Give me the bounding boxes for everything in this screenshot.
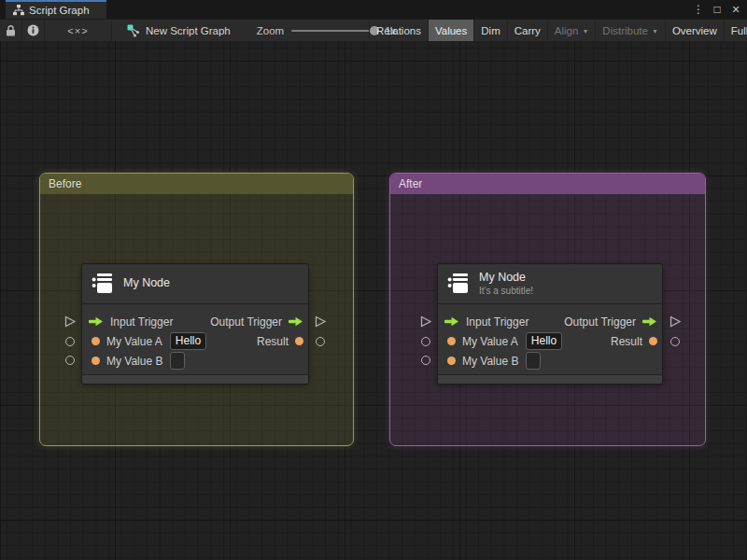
result-port[interactable]: Result xyxy=(611,331,657,351)
lock-button[interactable] xyxy=(0,20,22,41)
port-label: My Value B xyxy=(106,355,162,368)
group-after-header[interactable]: After xyxy=(390,174,705,194)
chevron-down-icon: ▼ xyxy=(582,28,588,35)
value-port-outline-icon[interactable] xyxy=(65,337,75,346)
port-row-value-b: My Value B xyxy=(82,351,308,371)
align-label: Align xyxy=(555,25,579,36)
node-body: Input Trigger Output Trigger My Value A xyxy=(438,304,662,371)
value-port-icon xyxy=(295,337,303,345)
value-port-outline-icon[interactable] xyxy=(421,356,430,365)
port-label: Output Trigger xyxy=(564,315,636,329)
node-body: Input Trigger Output Trigger My Value A xyxy=(82,304,308,371)
maximize-icon[interactable]: □ xyxy=(710,3,725,16)
lock-icon xyxy=(6,25,16,36)
port-row-trigger: Input Trigger Output Trigger xyxy=(82,312,308,331)
graph-canvas[interactable]: Before After My Node xyxy=(0,41,747,560)
value-b-input[interactable] xyxy=(526,352,541,370)
value-port-icon xyxy=(447,357,456,365)
dim-label: Dim xyxy=(481,25,500,36)
group-after-title: After xyxy=(399,177,422,190)
values-button[interactable]: Values xyxy=(429,20,474,42)
trigger-port-outline-icon[interactable] xyxy=(315,315,327,328)
zoom-label: Zoom xyxy=(257,25,284,36)
value-port-icon xyxy=(649,337,657,345)
trigger-port-outline-icon[interactable] xyxy=(669,315,682,328)
node-header[interactable]: My Node It's a subtitle! xyxy=(438,264,662,304)
tab-bar: Script Graph ⋮ □ × xyxy=(0,0,747,19)
value-a-port[interactable]: My Value A Hello xyxy=(89,332,206,350)
value-port-icon xyxy=(92,337,100,345)
trigger-port-outline-icon[interactable] xyxy=(64,315,77,328)
info-icon xyxy=(27,24,39,36)
node-icon xyxy=(92,273,114,295)
info-button[interactable] xyxy=(22,20,45,41)
node-my-node-before[interactable]: My Node Input Trigger Output Trigger xyxy=(81,263,309,385)
new-script-graph-label: New Script Graph xyxy=(146,25,231,36)
distribute-dropdown[interactable]: Distribute ▼ xyxy=(596,20,666,42)
value-port-outline-icon[interactable] xyxy=(316,337,325,346)
toolbar-right-buttons: Relations Values Dim Carry Align ▼ Distr… xyxy=(369,20,747,42)
node-footer xyxy=(438,374,662,384)
fullscreen-button[interactable]: Full Scr xyxy=(725,20,747,42)
value-a-input[interactable]: Hello xyxy=(170,332,206,350)
value-b-port[interactable]: My Value B xyxy=(89,352,185,370)
value-a-port[interactable]: My Value A Hello xyxy=(444,332,562,350)
script-graph-window: Script Graph ⋮ □ × <×> xyxy=(0,0,747,560)
input-trigger-port[interactable]: Input Trigger xyxy=(89,315,173,329)
port-row-value-a: My Value A Hello Result xyxy=(82,331,308,351)
code-preview-button[interactable]: <×> xyxy=(45,20,112,41)
node-title: My Node xyxy=(123,276,170,291)
group-before-header[interactable]: Before xyxy=(40,174,353,194)
output-trigger-port[interactable]: Output Trigger xyxy=(564,312,657,331)
trigger-arrow-icon xyxy=(289,316,303,327)
node-my-node-after[interactable]: My Node It's a subtitle! Input Trigger O… xyxy=(437,263,663,385)
value-port-outline-icon[interactable] xyxy=(421,337,430,346)
port-label: Result xyxy=(611,335,642,348)
close-icon[interactable]: × xyxy=(728,2,743,17)
graph-node-icon xyxy=(127,24,140,37)
value-port-outline-icon[interactable] xyxy=(65,356,75,365)
fullscreen-label: Full Scr xyxy=(731,25,747,36)
node-title: My Node xyxy=(479,271,533,286)
port-row-value-b: My Value B xyxy=(438,351,662,371)
port-label: My Value B xyxy=(462,355,518,368)
zoom-slider[interactable] xyxy=(291,30,377,32)
chevron-down-icon: ▼ xyxy=(652,28,658,35)
window-menu-icon[interactable]: ⋮ xyxy=(691,3,706,16)
value-port-outline-icon[interactable] xyxy=(670,337,680,346)
tab-label: Script Graph xyxy=(29,5,90,16)
distribute-label: Distribute xyxy=(602,25,648,36)
port-label: My Value A xyxy=(106,335,162,348)
node-header[interactable]: My Node xyxy=(82,264,308,304)
overview-label: Overview xyxy=(672,25,717,36)
result-port[interactable]: Result xyxy=(257,331,303,351)
port-label: Input Trigger xyxy=(466,315,529,329)
node-subtitle: It's a subtitle! xyxy=(479,285,533,297)
trigger-arrow-icon xyxy=(444,316,459,327)
values-label: Values xyxy=(435,25,467,36)
trigger-arrow-icon xyxy=(89,316,104,327)
trigger-arrow-icon xyxy=(642,316,657,327)
port-row-value-a: My Value A Hello Result xyxy=(438,331,662,351)
port-label: Input Trigger xyxy=(110,315,173,329)
carry-label: Carry xyxy=(514,25,541,36)
port-row-trigger: Input Trigger Output Trigger xyxy=(438,312,662,331)
value-b-port[interactable]: My Value B xyxy=(444,352,541,370)
overview-button[interactable]: Overview xyxy=(666,20,725,42)
relations-button[interactable]: Relations xyxy=(370,20,429,42)
output-trigger-port[interactable]: Output Trigger xyxy=(210,312,303,331)
dim-button[interactable]: Dim xyxy=(474,20,507,42)
tab-script-graph[interactable]: Script Graph xyxy=(6,0,106,19)
value-b-input[interactable] xyxy=(170,352,185,370)
group-before-title: Before xyxy=(49,177,81,190)
relations-label: Relations xyxy=(376,25,421,36)
trigger-port-outline-icon[interactable] xyxy=(420,315,432,328)
port-label: Output Trigger xyxy=(210,315,282,329)
port-label: Result xyxy=(257,335,289,348)
value-a-input[interactable]: Hello xyxy=(526,332,562,350)
input-trigger-port[interactable]: Input Trigger xyxy=(444,315,529,329)
new-script-graph-button[interactable]: New Script Graph xyxy=(118,20,240,41)
value-port-icon xyxy=(447,337,456,345)
carry-button[interactable]: Carry xyxy=(508,20,548,42)
align-dropdown[interactable]: Align ▼ xyxy=(548,20,597,42)
